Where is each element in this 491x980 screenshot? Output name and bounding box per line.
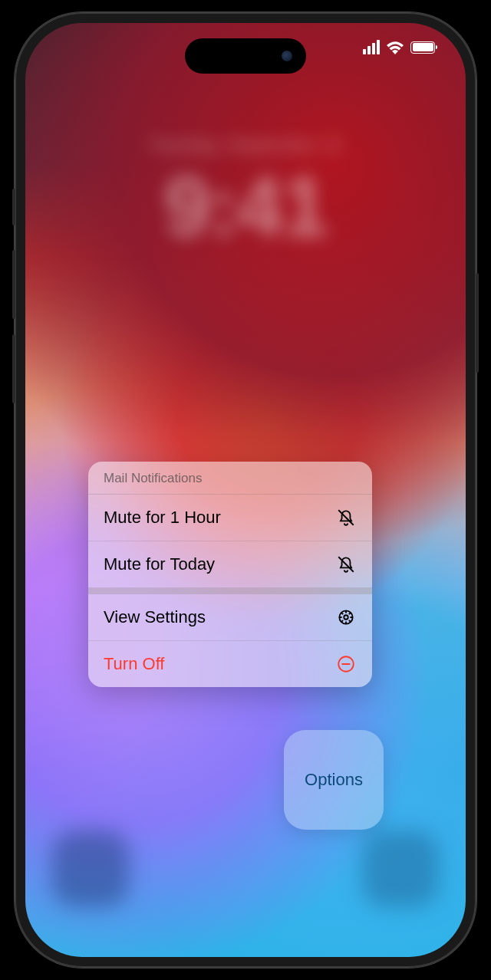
turn-off-item[interactable]: Turn Off <box>88 641 372 687</box>
options-button[interactable]: Options <box>284 730 384 830</box>
volume-up-button[interactable] <box>12 250 15 319</box>
wifi-icon <box>386 41 404 54</box>
svg-line-8 <box>341 613 343 614</box>
view-settings-item[interactable]: View Settings <box>88 588 372 641</box>
svg-line-9 <box>349 620 351 622</box>
svg-point-3 <box>344 615 348 619</box>
camera-button-blurred <box>362 830 439 907</box>
flashlight-button-blurred <box>52 830 129 907</box>
svg-line-10 <box>341 620 343 622</box>
mute-switch[interactable] <box>12 189 15 225</box>
cellular-icon <box>363 40 380 54</box>
mute-1-hour-item[interactable]: Mute for 1 Hour <box>88 495 372 541</box>
bell-slash-icon <box>335 554 357 575</box>
menu-header: Mail Notifications <box>88 462 372 495</box>
mute-today-item[interactable]: Mute for Today <box>88 541 372 588</box>
phone-frame: Tuesday, September 12 9:41 Mail Notifica… <box>15 12 476 968</box>
battery-icon <box>410 41 435 54</box>
lock-screen-clock: Tuesday, September 12 9:41 <box>25 134 466 255</box>
svg-line-0 <box>338 510 354 525</box>
screen: Tuesday, September 12 9:41 Mail Notifica… <box>25 23 466 957</box>
svg-line-11 <box>349 613 351 614</box>
minus-circle-icon <box>335 653 357 675</box>
lock-time: 9:41 <box>25 157 466 255</box>
notification-context-menu: Mail Notifications Mute for 1 Hour Mute … <box>88 462 372 687</box>
volume-down-button[interactable] <box>12 334 15 403</box>
options-label: Options <box>305 770 363 790</box>
svg-line-1 <box>338 557 354 572</box>
lock-date: Tuesday, September 12 <box>25 134 466 156</box>
bell-slash-icon <box>335 507 357 528</box>
turn-off-label: Turn Off <box>104 654 164 674</box>
power-button[interactable] <box>476 273 479 373</box>
gear-icon <box>335 607 357 628</box>
mute-today-label: Mute for Today <box>104 554 215 574</box>
view-settings-label: View Settings <box>104 607 206 627</box>
mute-1-hour-label: Mute for 1 Hour <box>104 508 221 528</box>
status-bar <box>363 40 435 54</box>
dynamic-island <box>185 38 306 74</box>
